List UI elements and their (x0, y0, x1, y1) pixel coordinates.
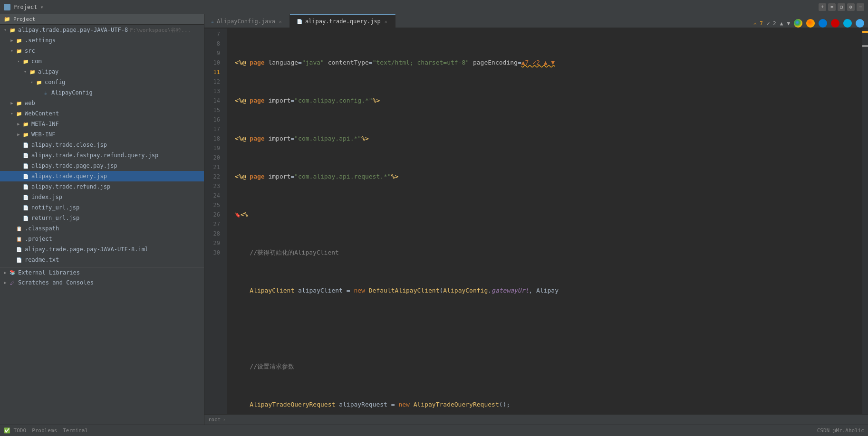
webinf-folder-icon: 📁 (22, 131, 29, 138)
code-line-11: 🔖<% (235, 210, 862, 219)
sidebar-item-project[interactable]: 📋 .project (0, 234, 204, 244)
sidebar-item-query-jsp[interactable]: 📄 alipay.trade.query.jsp (0, 171, 204, 181)
sidebar-tree: ▾ 📁 alipay.trade.page.pay-JAVA-UTF-8 F:\… (0, 25, 204, 425)
ext-libs-label: External Libraries (18, 269, 80, 276)
breadcrumb-arrow: › (223, 417, 226, 423)
scratches-label: Scratches and Consoles (18, 279, 94, 286)
ln-24: 24 (204, 191, 223, 200)
sidebar-item-ext-libs[interactable]: ▶ 📚 External Libraries (0, 267, 204, 277)
tab-close-alipayconfig[interactable]: ✕ (278, 19, 283, 25)
sidebar-item-scratches[interactable]: ▶ 🖊 Scratches and Consoles (0, 277, 204, 288)
tab-close-query[interactable]: ✕ (384, 19, 388, 25)
tab-alipayconfig[interactable]: ☕ AlipayConfig.java ✕ (204, 14, 290, 28)
title-bar-left: Project ▾ (4, 4, 44, 10)
query-jsp-label: alipay.trade.query.jsp (31, 173, 107, 180)
arrow-icon: ▾ (9, 111, 15, 116)
dropdown-arrow[interactable]: ▾ (40, 4, 44, 10)
sidebar-item-close-jsp[interactable]: 📄 alipay.trade.close.jsp (0, 140, 204, 150)
error-count: ✓ 2 (767, 20, 776, 27)
jsp-file-icon: 📄 (22, 152, 29, 159)
arrow-icon: ▶ (15, 122, 22, 126)
sidebar-item-page-pay-jsp[interactable]: 📄 alipay.trade.page.pay.jsp (0, 161, 204, 171)
ext-libs-icon: 📚 (9, 269, 16, 276)
arrow-icon: ▾ (15, 59, 22, 64)
config-label: config (45, 79, 65, 85)
page-pay-jsp-label: alipay.trade.page.pay.jsp (31, 162, 117, 169)
sidebar-item-settings[interactable]: ▶ 📁 .settings (0, 35, 204, 46)
sidebar-item-src[interactable]: ▾ 📁 src (0, 46, 204, 56)
code-editor[interactable]: 7 8 9 10 11 12 13 14 15 16 17 18 19 20 2… (204, 28, 868, 414)
sidebar-item-index-jsp[interactable]: 📄 index.jsp (0, 192, 204, 202)
arrow-icon: ▾ (2, 28, 9, 32)
breadcrumb-text: root (208, 417, 221, 423)
edge2-icon[interactable] (843, 19, 852, 28)
chrome-icon[interactable] (794, 19, 802, 28)
alipay-label: alipay (38, 68, 58, 75)
code-line-15: //设置请求参数 (235, 362, 862, 371)
settings-btn[interactable]: ⚙ (847, 3, 855, 11)
close-jsp-label: alipay.trade.close.jsp (31, 142, 107, 148)
sidebar-item-refund-jsp[interactable]: 📄 alipay.trade.refund.jsp (0, 181, 204, 192)
root-label: alipay.trade.page.pay-JAVA-UTF-8 (18, 27, 128, 33)
jsp-file-icon: 📄 (22, 162, 29, 169)
sidebar-item-fastpay-jsp[interactable]: 📄 alipay.trade.fastpay.refund.query.jsp (0, 150, 204, 161)
ln-15: 15 (204, 105, 223, 115)
jsp-tab-icon: 📄 (297, 19, 302, 24)
project-file-icon: 📋 (15, 236, 23, 242)
settings-label: .settings (25, 37, 56, 44)
iml-label: alipay.trade.page.pay-JAVA-UTF-8.iml (25, 246, 148, 253)
java-file-icon: ☕ (42, 89, 49, 96)
code-lines[interactable]: <%@ page language="java" contentType="te… (227, 28, 862, 414)
ie-icon[interactable] (831, 19, 839, 28)
ln-29: 29 (204, 238, 223, 248)
jsp-file-icon: 📄 (22, 215, 29, 221)
problems-btn[interactable]: Problems (32, 427, 57, 434)
jsp-file-icon: 📄 (22, 204, 29, 211)
sidebar-item-readme[interactable]: 📄 readme.txt (0, 255, 204, 265)
sidebar-item-config[interactable]: ▾ 📁 config (0, 77, 204, 87)
line-numbers: 7 8 9 10 11 12 13 14 15 16 17 18 19 20 2… (204, 28, 227, 414)
split-btn[interactable]: ⊟ (838, 3, 845, 11)
ln-28: 28 (204, 229, 223, 238)
sidebar-item-web[interactable]: ▶ 📁 web (0, 98, 204, 108)
sidebar-item-web-inf[interactable]: ▶ 📁 WEB-INF (0, 129, 204, 140)
webcontent-label: WebContent (25, 110, 59, 117)
edge-icon[interactable] (819, 19, 827, 28)
sidebar-item-notify-jsp[interactable]: 📄 notify_url.jsp (0, 202, 204, 213)
right-gutter (862, 28, 868, 414)
sidebar-item-return-jsp[interactable]: 📄 return_url.jsp (0, 213, 204, 223)
warning-count: ⚠ 7 (753, 20, 763, 27)
tab-query-label: alipay.trade.query.jsp (305, 18, 381, 25)
minimize-btn[interactable]: − (857, 3, 864, 11)
todo-btn[interactable]: ✅ TODO (4, 427, 26, 434)
code-line-10: <%@ page import="com.alipay.api.request.… (235, 172, 862, 181)
firefox-icon[interactable] (806, 19, 815, 28)
fastpay-jsp-label: alipay.trade.fastpay.refund.query.jsp (31, 152, 158, 159)
tree-root[interactable]: ▾ 📁 alipay.trade.page.pay-JAVA-UTF-8 F:\… (0, 25, 204, 35)
alipay-folder-icon: 📁 (29, 68, 36, 75)
sidebar-item-com[interactable]: ▾ 📁 com (0, 56, 204, 66)
sidebar-item-alipayconfig[interactable]: ☕ AlipayConfig (0, 87, 204, 98)
terminal-btn[interactable]: Terminal (63, 427, 88, 434)
ln-12: 12 (204, 77, 223, 86)
arrow-icon: ▾ (29, 80, 35, 85)
layout-btn[interactable]: ≡ (828, 3, 836, 11)
web-label: web (25, 100, 35, 106)
tab-bar: ☕ AlipayConfig.java ✕ 📄 alipay.trade.que… (204, 14, 868, 28)
nav-down[interactable]: ▼ (787, 20, 790, 27)
sidebar-item-webcontent[interactable]: ▾ 📁 WebContent (0, 108, 204, 119)
sidebar-item-iml[interactable]: 📄 alipay.trade.page.pay-JAVA-UTF-8.iml (0, 244, 204, 255)
project-title: Project (13, 4, 38, 10)
sidebar-item-classpath[interactable]: 📋 .classpath (0, 223, 204, 234)
safari-icon[interactable] (856, 19, 864, 28)
add-btn[interactable]: + (819, 3, 826, 11)
sidebar-item-meta-inf[interactable]: ▶ 📁 META-INF (0, 119, 204, 129)
nav-up[interactable]: ▲ (780, 20, 783, 27)
arrow-icon: ▶ (9, 101, 15, 105)
refund-jsp-label: alipay.trade.refund.jsp (31, 183, 110, 190)
return-jsp-label: return_url.jsp (31, 215, 79, 221)
ln-16: 16 (204, 115, 223, 124)
tab-query-jsp[interactable]: 📄 alipay.trade.query.jsp ✕ (290, 14, 395, 28)
arrow-icon: ▶ (15, 132, 22, 137)
sidebar-item-alipay[interactable]: ▾ 📁 alipay (0, 66, 204, 77)
